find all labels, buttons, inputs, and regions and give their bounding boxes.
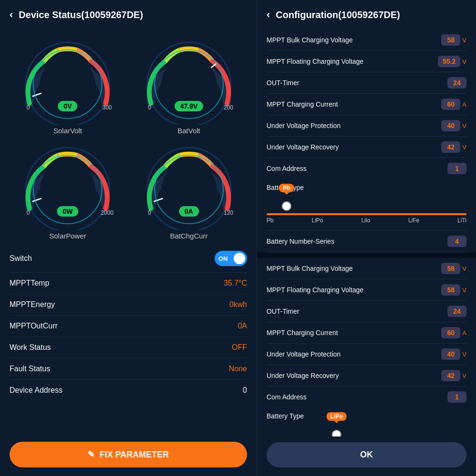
fault-status-value: None bbox=[229, 365, 247, 373]
mpptoutcurr-row: MPPTOutCurr 0A bbox=[10, 316, 247, 337]
mpptenergy-row: MPPTEnergy 0kwh bbox=[10, 294, 247, 316]
bat-volt-badge: 47.9V bbox=[174, 101, 203, 111]
svg-text:0: 0 bbox=[148, 104, 151, 111]
mpptoutcurr-value: 0A bbox=[238, 322, 247, 330]
config-s2-label-3: MPPT Charging Current bbox=[267, 329, 338, 337]
config-s1-value-1: 55.2 bbox=[438, 56, 460, 67]
config-s2-value-group-6: 1 bbox=[447, 391, 466, 403]
config-s2-value-group-5: 42V bbox=[441, 370, 466, 381]
config-s1-value-3: 60 bbox=[441, 99, 460, 110]
svg-text:0: 0 bbox=[27, 104, 30, 111]
battery-number-1-row: Battery Number-Series 4 bbox=[267, 231, 466, 252]
battery-type-2-slider-container: LiPo Pb LiPo Lilo LiFe LiTi bbox=[267, 424, 466, 436]
svg-text:0: 0 bbox=[27, 209, 30, 216]
ok-button[interactable]: OK bbox=[267, 442, 466, 467]
battery-type-2-tooltip: LiPo bbox=[327, 412, 347, 421]
solar-power-badge: 0W bbox=[57, 206, 79, 217]
config-s1-label-1: MPPT Floating Charging Voltage bbox=[267, 58, 364, 65]
config-s1-label-6: Com Address bbox=[267, 165, 307, 172]
config-s2-value-3: 60 bbox=[441, 327, 460, 338]
config-s1-value-0: 58 bbox=[441, 34, 460, 46]
mpptenergy-label: MPPTEnergy bbox=[10, 300, 55, 309]
config-s1-row-0: MPPT Bulk Charging Voltage58V bbox=[267, 30, 466, 51]
switch-label: Switch bbox=[10, 254, 32, 263]
svg-text:0: 0 bbox=[148, 209, 151, 216]
config-s2-label-2: OUT-Timer bbox=[267, 307, 299, 315]
solar-volt-badge: 0V bbox=[58, 101, 78, 111]
config-s1-unit-4: V bbox=[462, 122, 466, 129]
toggle-knob bbox=[234, 253, 245, 264]
config-s1-label-4: Under Voltage Protection bbox=[267, 122, 341, 129]
config-s2-row-4: Under Voltage Protection40V bbox=[267, 344, 466, 365]
right-title: Configuration(10059267DE) bbox=[276, 10, 400, 20]
config-s1-value-group-3: 60A bbox=[441, 99, 466, 110]
config-s1-value-4: 40 bbox=[441, 120, 460, 131]
config-s2-label-6: Com Address bbox=[267, 393, 307, 401]
config-section-2: MPPT Bulk Charging Voltage58VMPPT Floati… bbox=[267, 258, 466, 407]
config-s2-unit-3: A bbox=[462, 329, 466, 337]
battery-type-1-labels: Pb LiPo Lilo LiFe LiTi bbox=[267, 217, 466, 224]
right-header: ‹ Configuration(10059267DE) bbox=[257, 0, 476, 30]
config-s2-value-group-3: 60A bbox=[441, 327, 466, 338]
config-s1-row-4: Under Voltage Protection40V bbox=[267, 115, 466, 137]
switch-toggle[interactable]: ON bbox=[215, 251, 247, 266]
config-s2-value-1: 58 bbox=[441, 284, 460, 296]
bat-opt-lipo-1: LiPo bbox=[312, 217, 323, 224]
config-s2-label-0: MPPT Bulk Charging Voltage bbox=[267, 265, 353, 272]
mpptoutcurr-label: MPPTOutCurr bbox=[10, 322, 58, 330]
config-s2-unit-0: V bbox=[462, 265, 466, 272]
left-back-button[interactable]: ‹ bbox=[10, 9, 13, 21]
config-s1-value-group-2: 24 bbox=[447, 77, 466, 89]
svg-text:200: 200 bbox=[224, 104, 233, 111]
bat-volt-label: BatVolt bbox=[178, 127, 200, 135]
config-s2-row-6: Com Address1 bbox=[267, 387, 466, 407]
battery-type-2-thumb[interactable] bbox=[332, 430, 341, 436]
config-s2-value-5: 42 bbox=[441, 370, 460, 381]
gauge-solar-volt: 0 300 0V SolarVolt bbox=[10, 34, 126, 135]
bat-opt-liti-1: LiTi bbox=[457, 217, 466, 224]
config-s1-unit-1: V bbox=[462, 58, 466, 65]
bat-opt-lilo-1: Lilo bbox=[361, 217, 370, 224]
config-s1-value-6: 1 bbox=[447, 163, 466, 174]
right-panel: ‹ Configuration(10059267DE) MPPT Bulk Ch… bbox=[257, 0, 476, 476]
left-title: Device Status(10059267DE) bbox=[19, 10, 143, 20]
device-address-row: Device Address 0 bbox=[10, 380, 247, 401]
battery-type-1-thumb[interactable] bbox=[282, 201, 291, 211]
fix-param-button[interactable]: ✎ FIX PARAMETER bbox=[10, 442, 247, 467]
fault-status-row: Fault Status None bbox=[10, 358, 247, 380]
config-s2-row-3: MPPT Charging Current60A bbox=[267, 322, 466, 344]
config-s2-value-group-1: 58V bbox=[441, 284, 466, 296]
config-s1-row-5: Under Voltage Recovery42V bbox=[267, 137, 466, 158]
config-s2-row-0: MPPT Bulk Charging Voltage58V bbox=[267, 258, 466, 279]
gauges-grid: 0 300 0V SolarVolt bbox=[0, 30, 257, 245]
svg-text:120: 120 bbox=[224, 209, 233, 216]
config-s2-value-group-4: 40V bbox=[441, 348, 466, 360]
config-s1-value-group-4: 40V bbox=[441, 120, 466, 131]
gauge-bat-chg-curr: 0 120 0A BatChgCurr bbox=[131, 139, 248, 240]
work-status-row: Work Status OFF bbox=[10, 337, 247, 358]
config-s2-value-group-2: 24 bbox=[447, 306, 466, 317]
device-address-label: Device Address bbox=[10, 386, 62, 395]
mpptenergy-value: 0kwh bbox=[229, 300, 247, 309]
gauge-bat-volt: 0 200 47.9V BatVolt bbox=[131, 34, 248, 135]
config-s1-label-3: MPPT Charging Current bbox=[267, 100, 338, 108]
mppttemp-row: MPPTTemp 35.7°C bbox=[10, 273, 247, 294]
config-s1-row-1: MPPT Floating Charging Voltage55.2V bbox=[267, 51, 466, 72]
work-status-value: OFF bbox=[232, 343, 247, 352]
config-s1-value-group-1: 55.2V bbox=[438, 56, 466, 67]
left-panel: ‹ Device Status(10059267DE) bbox=[0, 0, 257, 476]
battery-type-1-track bbox=[267, 213, 466, 215]
config-s2-value-4: 40 bbox=[441, 348, 460, 360]
fix-param-label: FIX PARAMETER bbox=[99, 450, 169, 460]
mppttemp-label: MPPTTemp bbox=[10, 279, 50, 288]
battery-number-1-value-group: 4 bbox=[447, 236, 466, 247]
battery-type-1-tooltip: Pb bbox=[279, 184, 294, 192]
config-s2-label-4: Under Voltage Protection bbox=[267, 350, 341, 358]
battery-type-2-label: Battery Type bbox=[267, 412, 304, 420]
battery-type-2-row: Battery Type LiPo Pb LiPo Lilo LiFe LiTi bbox=[267, 407, 466, 436]
svg-text:300: 300 bbox=[102, 104, 112, 111]
battery-number-1-value: 4 bbox=[447, 236, 466, 247]
solar-volt-label: SolarVolt bbox=[53, 127, 82, 135]
left-header: ‹ Device Status(10059267DE) bbox=[0, 0, 257, 30]
right-back-button[interactable]: ‹ bbox=[267, 9, 270, 21]
